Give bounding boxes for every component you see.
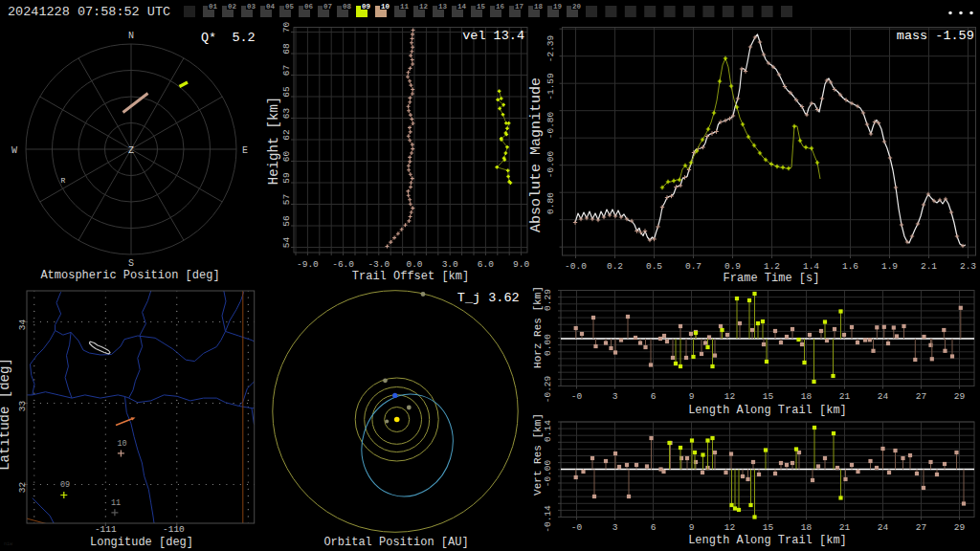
svg-text:-0.29: -0.29 xyxy=(543,375,553,403)
svg-text:07: 07 xyxy=(323,3,332,11)
svg-text:12: 12 xyxy=(419,3,429,11)
svg-text:-0: -0 xyxy=(571,522,583,533)
svg-text:T_j 3.62: T_j 3.62 xyxy=(457,291,520,305)
svg-text:27: 27 xyxy=(916,391,926,402)
svg-text:Length Along Trail [km]: Length Along Trail [km] xyxy=(688,404,847,417)
svg-text:1.4: 1.4 xyxy=(803,261,819,272)
svg-text:06: 06 xyxy=(304,3,314,11)
svg-text:1.9: 1.9 xyxy=(881,261,898,272)
svg-text:0.7: 0.7 xyxy=(685,261,702,272)
svg-text:-111: -111 xyxy=(95,524,117,535)
svg-text:9: 9 xyxy=(689,522,695,533)
svg-text:12: 12 xyxy=(724,522,736,533)
svg-text:-0.80: -0.80 xyxy=(546,111,556,139)
svg-text:mass -1.59: mass -1.59 xyxy=(897,29,974,43)
svg-text:vel 13.4: vel 13.4 xyxy=(462,29,524,43)
svg-text:56: 56 xyxy=(281,215,292,227)
svg-text:01: 01 xyxy=(209,3,218,11)
svg-text:Vert Res [km]: Vert Res [km] xyxy=(532,413,544,496)
svg-text:6.0: 6.0 xyxy=(478,259,494,270)
svg-text:S: S xyxy=(128,258,134,269)
svg-text:Absolute Magnitude: Absolute Magnitude xyxy=(528,77,545,232)
svg-text:Trail Offset [km]: Trail Offset [km] xyxy=(352,270,469,283)
svg-text:63: 63 xyxy=(281,108,292,120)
svg-text:Z: Z xyxy=(128,145,134,156)
svg-text:70: 70 xyxy=(281,22,292,33)
svg-text:3.0: 3.0 xyxy=(442,259,458,270)
svg-text:-0.0: -0.0 xyxy=(565,261,587,272)
svg-text:33: 33 xyxy=(17,401,28,412)
svg-text:54: 54 xyxy=(281,237,292,249)
svg-text:18: 18 xyxy=(534,3,544,11)
svg-text:24: 24 xyxy=(878,391,889,402)
svg-text:2.3: 2.3 xyxy=(960,261,976,272)
svg-text:3: 3 xyxy=(612,522,618,533)
svg-text:13: 13 xyxy=(438,3,448,11)
svg-text:10: 10 xyxy=(381,3,390,11)
svg-text:-9.0: -9.0 xyxy=(297,259,319,270)
svg-text:17: 17 xyxy=(515,3,523,11)
svg-text:20: 20 xyxy=(572,3,582,11)
svg-text:59: 59 xyxy=(281,172,292,184)
svg-text:Q* 5.2: Q* 5.2 xyxy=(201,31,256,45)
svg-text:05: 05 xyxy=(285,3,295,11)
svg-text:15: 15 xyxy=(763,391,774,402)
svg-text:Atmospheric Position [deg]: Atmospheric Position [deg] xyxy=(40,269,219,282)
svg-text:14: 14 xyxy=(457,3,467,11)
svg-text:0.29: 0.29 xyxy=(543,289,553,311)
svg-text:18: 18 xyxy=(801,522,813,533)
svg-text:-6.0: -6.0 xyxy=(332,259,354,270)
svg-text:Orbital Position [AU]: Orbital Position [AU] xyxy=(323,536,468,549)
svg-text:18: 18 xyxy=(801,391,813,402)
svg-text:R: R xyxy=(61,176,66,185)
svg-text:11: 11 xyxy=(400,3,410,11)
svg-text:60: 60 xyxy=(281,151,292,163)
svg-text:-0.14: -0.14 xyxy=(543,505,553,533)
svg-text:29: 29 xyxy=(954,522,966,533)
svg-text:67: 67 xyxy=(281,65,292,76)
svg-text:W: W xyxy=(11,145,17,156)
svg-text:N: N xyxy=(128,31,134,41)
svg-text:0.00: 0.00 xyxy=(543,334,553,356)
svg-text:Height [km]: Height [km] xyxy=(266,97,281,185)
svg-text:68: 68 xyxy=(281,43,292,55)
svg-text:21: 21 xyxy=(839,391,851,402)
svg-text:15: 15 xyxy=(763,522,774,533)
svg-text:1.6: 1.6 xyxy=(842,261,858,272)
svg-text:11: 11 xyxy=(111,498,121,508)
svg-text:21: 21 xyxy=(839,522,851,533)
svg-text:09: 09 xyxy=(362,3,371,11)
svg-text:20241228 07:58:52 UTC: 20241228 07:58:52 UTC xyxy=(8,5,170,19)
svg-text:02: 02 xyxy=(228,3,237,11)
svg-text:6: 6 xyxy=(651,391,657,402)
svg-text:10: 10 xyxy=(117,439,126,449)
svg-text:16: 16 xyxy=(496,3,505,11)
svg-text:32: 32 xyxy=(17,482,28,494)
svg-text:34: 34 xyxy=(17,320,28,331)
svg-text:-3.0: -3.0 xyxy=(368,259,390,270)
svg-text:15: 15 xyxy=(477,3,486,11)
svg-text:0.80: 0.80 xyxy=(546,192,556,214)
svg-text:-0.00: -0.00 xyxy=(543,459,553,487)
svg-text:E: E xyxy=(242,145,248,156)
svg-text:-0: -0 xyxy=(571,391,583,402)
svg-text:03: 03 xyxy=(247,3,256,11)
svg-text:-0.00: -0.00 xyxy=(546,150,556,178)
svg-text:Frame Time [s]: Frame Time [s] xyxy=(724,272,820,285)
svg-text:0.2: 0.2 xyxy=(607,261,623,272)
svg-text:-110: -110 xyxy=(163,524,185,535)
svg-text:3: 3 xyxy=(612,391,618,402)
svg-text:19: 19 xyxy=(553,3,563,11)
svg-text:04: 04 xyxy=(266,3,276,11)
svg-text:Longitude [deg]: Longitude [deg] xyxy=(90,536,193,549)
svg-text:9.0: 9.0 xyxy=(513,259,529,270)
svg-text:Horz Res [km]: Horz Res [km] xyxy=(532,286,544,368)
svg-text:0.9: 0.9 xyxy=(724,261,741,272)
svg-text:24: 24 xyxy=(878,522,889,533)
svg-text:57: 57 xyxy=(281,194,292,205)
svg-text:0.14: 0.14 xyxy=(543,420,553,442)
svg-text:12: 12 xyxy=(724,391,736,402)
svg-text:0.5: 0.5 xyxy=(646,261,662,272)
svg-text:-2.39: -2.39 xyxy=(546,34,556,62)
svg-text:29: 29 xyxy=(954,391,966,402)
